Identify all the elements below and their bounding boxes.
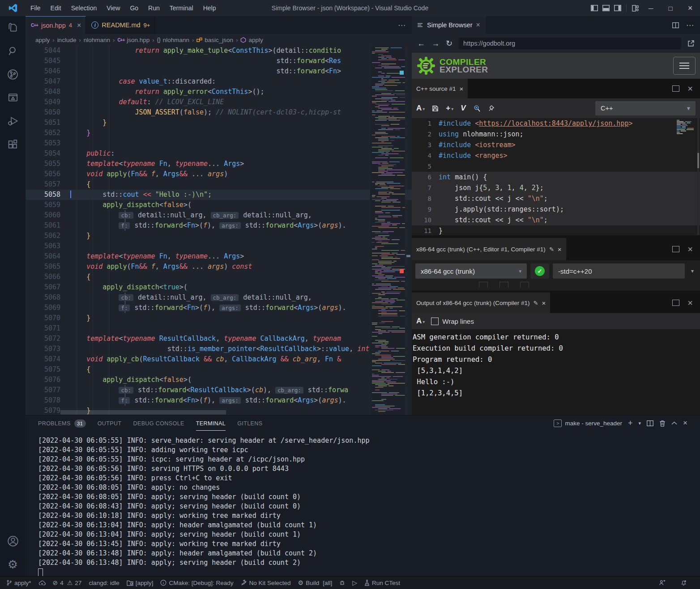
terminal-output[interactable]: [2022-04-30 06:05:55] INFO: serve_header… xyxy=(26,431,700,577)
font-size-button[interactable]: A▾ xyxy=(416,104,425,113)
status-errors[interactable]: ⊘4 xyxy=(53,579,64,586)
tab-simple-browser[interactable]: Simple Browser × xyxy=(412,16,486,34)
cmake-panel-icon[interactable] xyxy=(2,86,24,109)
ce-source-editor[interactable]: 1#include <https://localhost:8443/apply/… xyxy=(412,118,700,235)
breadcrumb-item-nlohmann[interactable]: nlohmann xyxy=(84,37,110,43)
extensions-icon[interactable] xyxy=(2,132,24,156)
toggle-panel-icon[interactable] xyxy=(600,2,612,14)
settings-gear-icon[interactable]: ⚙ xyxy=(2,553,24,576)
menu-item-file[interactable]: File xyxy=(26,4,46,12)
editor-more-actions-icon[interactable]: ⋯ xyxy=(392,16,412,34)
compiler-select[interactable]: x86-64 gcc (trunk) ▾ xyxy=(415,263,527,279)
explorer-icon[interactable] xyxy=(2,16,24,39)
status-cmake-status[interactable]: CMake: [Debug]: Ready xyxy=(160,580,233,586)
breadcrumb-item-jsonhpp[interactable]: C++json.hpp xyxy=(117,37,149,43)
breadcrumb-item-basic_json[interactable]: basic_json xyxy=(196,37,233,43)
status-run-ctest[interactable]: Run CTest xyxy=(364,580,400,586)
panel-tab-gitlens[interactable]: GITLENS xyxy=(237,415,262,431)
minimap[interactable] xyxy=(370,46,405,415)
toggle-sidebar-icon[interactable] xyxy=(589,2,600,14)
account-icon[interactable] xyxy=(2,530,24,553)
close-pane-icon[interactable]: × xyxy=(687,298,693,307)
panel-tab-output[interactable]: OUTPUT xyxy=(98,415,122,431)
status-debug-button[interactable] xyxy=(339,580,345,586)
maximize-panel-icon[interactable] xyxy=(671,421,677,425)
tab-json-hpp[interactable]: C++ json.hpp 4 × xyxy=(26,16,86,34)
close-pane-icon[interactable]: × xyxy=(558,246,562,253)
terminal-dropdown-icon[interactable]: ▾ xyxy=(639,420,641,426)
breadcrumb-item-nlohmann[interactable]: {}nlohmann xyxy=(157,37,189,43)
maximize-pane-icon[interactable] xyxy=(672,85,679,92)
minimize-button[interactable]: ─ xyxy=(641,0,661,16)
editor-vertical-scrollbar[interactable] xyxy=(405,46,412,415)
vim-mode-button[interactable]: V xyxy=(461,104,465,113)
menu-item-help[interactable]: Help xyxy=(198,4,221,12)
status-active-folder[interactable]: [apply] xyxy=(127,580,154,586)
code-editor[interactable]: 5044 return apply_make_tuple<ConstThis>(… xyxy=(26,46,412,415)
close-tab-icon[interactable]: × xyxy=(476,21,480,29)
close-panel-icon[interactable]: × xyxy=(683,419,687,428)
panel-tab-debug-console[interactable]: DEBUG CONSOLE xyxy=(133,415,184,431)
reload-icon[interactable]: ↻ xyxy=(446,38,452,48)
kill-terminal-icon[interactable] xyxy=(659,420,666,427)
panel-tab-terminal[interactable]: TERMINAL xyxy=(196,415,226,431)
save-icon[interactable] xyxy=(432,105,439,112)
customize-layout-icon[interactable] xyxy=(629,2,641,14)
status-build-target[interactable]: [all] xyxy=(323,580,332,586)
status-feedback[interactable] xyxy=(659,580,666,586)
add-pane-button[interactable]: +▾ xyxy=(446,104,453,113)
toggle-secondary-sidebar-icon[interactable] xyxy=(612,2,623,14)
pin-icon[interactable] xyxy=(488,105,495,112)
status-kit-select[interactable]: No Kit Selected xyxy=(241,580,291,586)
rename-icon[interactable]: ✎ xyxy=(549,246,554,253)
menu-item-terminal[interactable]: Terminal xyxy=(165,4,198,12)
status-warnings[interactable]: ⚠27 xyxy=(67,579,82,586)
editor-horizontal-scrollbar[interactable] xyxy=(60,410,369,415)
url-input[interactable]: https://godbolt.org xyxy=(459,38,681,49)
options-caret-icon[interactable]: ▾ xyxy=(688,268,696,274)
breadcrumb-item-apply[interactable]: apply xyxy=(240,37,263,43)
hamburger-menu-icon[interactable] xyxy=(673,57,696,75)
close-pane-icon[interactable]: × xyxy=(687,84,693,93)
compiler-args-input[interactable]: -std=c++20 xyxy=(553,263,685,279)
status-notifications[interactable] xyxy=(681,580,687,586)
wrap-lines-checkbox[interactable] xyxy=(431,318,439,325)
split-terminal-icon[interactable] xyxy=(647,420,653,426)
status-git-branch[interactable]: apply* xyxy=(6,580,31,586)
status-launch-button[interactable]: ▷ xyxy=(352,579,357,586)
close-pane-icon[interactable]: × xyxy=(460,85,464,93)
tab-readme-md[interactable]: i README.md 9+ xyxy=(86,16,155,34)
back-icon[interactable]: ← xyxy=(417,39,425,48)
close-window-button[interactable]: × xyxy=(680,0,700,16)
split-editor-icon[interactable] xyxy=(672,22,679,28)
close-tab-icon[interactable]: × xyxy=(77,21,81,30)
source-control-icon[interactable] xyxy=(2,63,24,86)
rename-icon[interactable]: ✎ xyxy=(534,300,538,306)
menu-item-selection[interactable]: Selection xyxy=(66,4,102,12)
search-icon[interactable] xyxy=(2,39,24,63)
maximize-button[interactable]: □ xyxy=(661,0,680,16)
close-pane-icon[interactable]: × xyxy=(687,245,693,254)
ce-compiler-tab[interactable]: x86-64 gcc (trunk) (C++, Editor #1, Comp… xyxy=(412,238,566,260)
status-clangd-status[interactable]: clangd: idle xyxy=(89,580,119,586)
breadcrumb-item-apply[interactable]: apply xyxy=(35,37,50,43)
font-size-button[interactable]: A▾ xyxy=(416,317,425,326)
status-build-button[interactable]: ⚙Build xyxy=(298,579,320,586)
menu-item-edit[interactable]: Edit xyxy=(46,4,66,12)
maximize-pane-icon[interactable] xyxy=(672,246,679,252)
more-actions-icon[interactable]: ⋯ xyxy=(686,21,694,30)
ce-editor-scrollbar[interactable] xyxy=(697,118,699,235)
menu-item-view[interactable]: View xyxy=(102,4,125,12)
menu-item-go[interactable]: Go xyxy=(125,4,143,12)
ce-output-tab[interactable]: Output of x86-64 gcc (trunk) (Compiler #… xyxy=(412,292,550,313)
zoom-icon[interactable] xyxy=(473,105,481,112)
new-terminal-icon[interactable]: + xyxy=(628,419,633,428)
menu-item-run[interactable]: Run xyxy=(143,4,165,12)
panel-tab-problems[interactable]: PROBLEMS31 xyxy=(38,415,86,431)
forward-icon[interactable]: → xyxy=(431,39,440,48)
ce-source-tab[interactable]: C++ source #1 × xyxy=(412,79,468,98)
status-publish[interactable] xyxy=(38,580,46,586)
run-debug-icon[interactable] xyxy=(2,109,24,132)
language-select[interactable]: C++ ▾ xyxy=(595,101,696,115)
close-pane-icon[interactable]: × xyxy=(542,299,546,307)
